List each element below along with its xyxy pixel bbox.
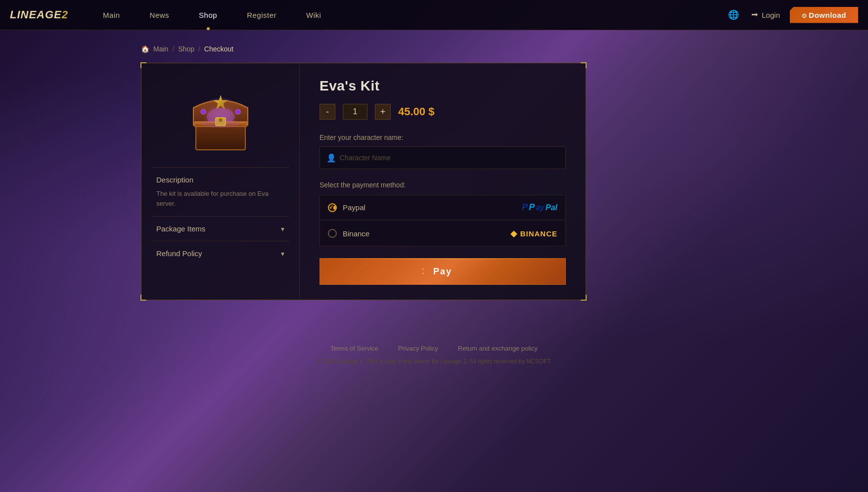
- description-header[interactable]: Description: [156, 176, 284, 184]
- package-title: Package Items: [156, 224, 205, 233]
- corner-br: [581, 295, 587, 301]
- footer-tos[interactable]: Terms of Service: [330, 345, 378, 352]
- quantity-value: 1: [343, 104, 367, 120]
- refund-title: Refund Policy: [156, 249, 202, 258]
- payment-options: Paypal P P ay Pal Binance: [320, 195, 566, 246]
- payment-left-binance: Binance: [328, 229, 369, 238]
- nav-main[interactable]: Main: [88, 0, 135, 30]
- binance-name: Binance: [343, 229, 369, 238]
- payment-option-paypal[interactable]: Paypal P P ay Pal: [320, 195, 565, 220]
- radio-binance: [328, 229, 337, 238]
- character-input-wrapper: 👤: [320, 146, 566, 169]
- footer: Terms of Service Privacy Policy Return a…: [0, 345, 868, 365]
- payment-option-binance[interactable]: Binance ◆ BINANCE: [320, 221, 565, 246]
- breadcrumb: 🏠 Main / Shop / Checkout: [0, 45, 868, 63]
- refund-header[interactable]: Refund Policy ▾: [156, 249, 284, 258]
- package-arrow-icon: ▾: [281, 225, 284, 233]
- character-label: Enter your character name:: [320, 134, 566, 141]
- footer-privacy[interactable]: Privacy Policy: [398, 345, 438, 352]
- breadcrumb-shop[interactable]: Shop: [178, 45, 194, 53]
- payment-label: Select the payment method:: [320, 181, 566, 189]
- footer-return[interactable]: Return and exchange policy: [458, 345, 538, 352]
- paypal-logo: P P ay Pal: [522, 202, 557, 213]
- logo-text: LINEAGE2: [10, 8, 68, 21]
- footer-copyright: © 2024 Lineage 2. This is only a test se…: [0, 358, 868, 365]
- radio-paypal: [328, 203, 337, 212]
- binance-icon: ◆: [510, 228, 517, 239]
- nav-links: Main News Shop Register Wiki: [88, 0, 726, 30]
- refund-section: Refund Policy ▾: [151, 241, 289, 266]
- binance-text: BINANCE: [520, 229, 557, 238]
- svg-point-10: [201, 120, 240, 128]
- nav-wiki[interactable]: Wiki: [291, 0, 336, 30]
- navbar: LINEAGE2 Main News Shop Register Wiki 🌐 …: [0, 0, 868, 30]
- nav-shop[interactable]: Shop: [184, 0, 232, 30]
- svg-point-9: [235, 109, 240, 114]
- quantity-increase-button[interactable]: +: [375, 104, 391, 120]
- home-icon: 🏠: [141, 45, 149, 53]
- footer-links: Terms of Service Privacy Policy Return a…: [0, 345, 868, 352]
- separator-2: /: [198, 45, 200, 53]
- nav-register[interactable]: Register: [232, 0, 291, 30]
- right-panel: Eva's Kit - 1 + 45.00 $ Enter your chara…: [300, 63, 586, 300]
- nav-right: 🌐 ⮕ Login Download: [726, 7, 858, 23]
- quantity-row: - 1 + 45.00 $: [320, 104, 566, 120]
- language-button[interactable]: 🌐: [726, 7, 741, 23]
- separator-1: /: [172, 45, 174, 53]
- package-header[interactable]: Package Items ▾: [156, 224, 284, 233]
- pay-button[interactable]: Pay: [320, 258, 566, 285]
- payment-left-paypal: Paypal: [328, 203, 365, 212]
- checkout-panel: Description The kit is available for pur…: [141, 63, 586, 300]
- description-body: The kit is available for purchase on Eva…: [156, 189, 284, 208]
- svg-point-8: [201, 109, 206, 114]
- paypal-name: Paypal: [343, 203, 365, 212]
- nav-news[interactable]: News: [135, 0, 184, 30]
- character-name-input[interactable]: [320, 146, 566, 169]
- download-button[interactable]: Download: [790, 7, 858, 23]
- product-title: Eva's Kit: [320, 78, 566, 94]
- description-section: Description The kit is available for pur…: [151, 167, 289, 216]
- logo[interactable]: LINEAGE2: [10, 8, 68, 21]
- chest-svg: [188, 83, 253, 152]
- product-price: 45.00 $: [398, 105, 434, 118]
- login-icon: ⮕: [751, 11, 759, 19]
- breadcrumb-current: Checkout: [204, 45, 233, 53]
- main-content: 🏠 Main / Shop / Checkout: [0, 30, 868, 315]
- binance-logo: ◆ BINANCE: [510, 228, 557, 239]
- quantity-decrease-button[interactable]: -: [320, 104, 335, 120]
- corner-tr: [581, 62, 587, 68]
- left-panel: Description The kit is available for pur…: [141, 63, 300, 300]
- corner-tl: [140, 62, 146, 68]
- login-button[interactable]: ⮕ Login: [751, 11, 780, 19]
- person-icon: 👤: [326, 153, 336, 163]
- product-image: [181, 78, 260, 157]
- corner-bl: [140, 295, 146, 301]
- breadcrumb-main[interactable]: Main: [153, 45, 168, 53]
- refund-arrow-icon: ▾: [281, 250, 284, 258]
- package-section: Package Items ▾: [151, 216, 289, 241]
- description-title: Description: [156, 176, 193, 184]
